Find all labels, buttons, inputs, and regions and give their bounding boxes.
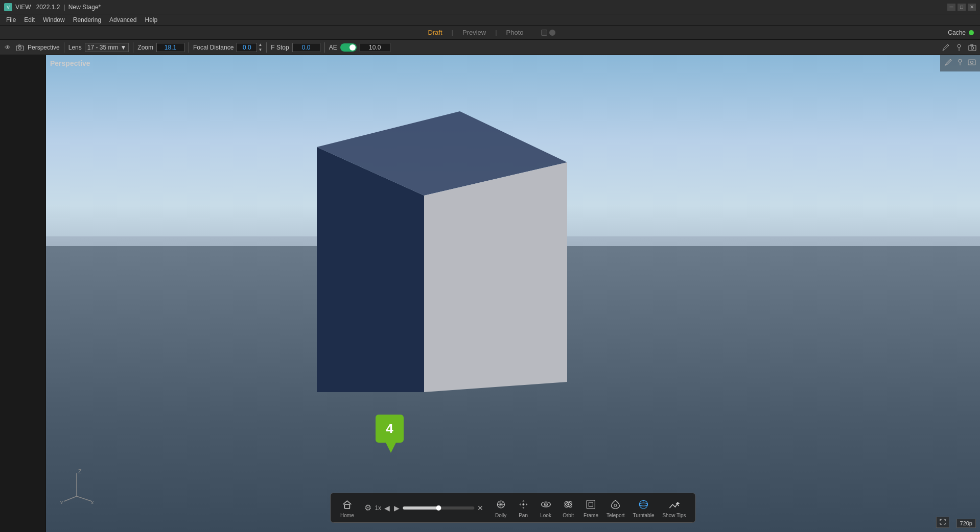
- toolbar-frame[interactable]: Frame: [580, 496, 601, 519]
- focal-distance-input[interactable]: [237, 43, 257, 52]
- tooltip-arrow: [386, 443, 396, 453]
- zoom-label: Zoom: [137, 44, 153, 51]
- close-button[interactable]: ✕: [968, 4, 976, 11]
- menu-rendering[interactable]: Rendering: [69, 15, 105, 25]
- playback-play-icon[interactable]: ▶: [393, 503, 401, 513]
- viewport[interactable]: Z X Y 4 Perspective: [46, 55, 980, 532]
- toolbar-pan[interactable]: Pan: [513, 496, 533, 519]
- svg-text:Z: Z: [78, 468, 82, 474]
- viewport-photo-icon[interactable]: [967, 58, 977, 69]
- lens-label: Lens: [68, 44, 82, 51]
- menu-advanced[interactable]: Advanced: [105, 15, 141, 25]
- ae-toggle-pill[interactable]: [340, 43, 357, 52]
- orbit-label: Orbit: [563, 513, 574, 518]
- pencil-icon[interactable]: [941, 43, 950, 52]
- teleport-label: Teleport: [606, 513, 625, 518]
- home-icon: [340, 497, 354, 512]
- toolbar-teleport[interactable]: Teleport: [603, 496, 628, 519]
- svg-point-20: [971, 61, 973, 64]
- svg-rect-21: [344, 504, 349, 509]
- expand-button[interactable]: [936, 517, 949, 528]
- svg-point-3: [958, 44, 961, 47]
- minimize-button[interactable]: ─: [947, 4, 955, 11]
- title-text: VIEW 2022.1.2 | New Stage*: [15, 4, 101, 11]
- playback-section: ⚙ 1x ◀ ▶ ✕: [359, 502, 488, 514]
- eye-icon[interactable]: 👁: [3, 43, 12, 52]
- focal-distance-label: Focal Distance: [193, 44, 234, 51]
- axes-indicator: Z X Y: [59, 468, 95, 504]
- menu-window[interactable]: Window: [39, 15, 69, 25]
- svg-point-38: [640, 503, 648, 506]
- maximize-button[interactable]: □: [958, 4, 966, 11]
- menu-edit[interactable]: Edit: [20, 15, 39, 25]
- resolution-badge: 720p: [956, 519, 976, 528]
- cube-3d: [225, 106, 582, 392]
- svg-point-17: [959, 59, 962, 62]
- svg-point-37: [640, 500, 648, 509]
- viewport-container: Z X Y 4 Perspective: [0, 55, 980, 532]
- focal-distance-control: ▲ ▼: [237, 42, 262, 52]
- ae-value-input[interactable]: [360, 43, 390, 52]
- titlebar: V VIEW 2022.1.2 | New Stage* ─ □ ✕: [0, 0, 980, 14]
- lens-dropdown[interactable]: 17 - 35 mm ▼: [85, 43, 129, 52]
- toolbar-show-tips[interactable]: Show Tips: [659, 496, 689, 519]
- toolbar-orbit[interactable]: Orbit: [558, 496, 578, 519]
- menubar: File Edit Window Rendering Advanced Help: [0, 14, 980, 26]
- modebar: Draft | Preview | Photo Cache: [0, 26, 980, 40]
- viewport-right-icons: [940, 55, 980, 71]
- dolly-label: Dolly: [495, 513, 506, 518]
- svg-point-33: [567, 503, 569, 505]
- frame-label: Frame: [584, 513, 598, 518]
- cache-indicator: Cache: [948, 29, 974, 36]
- svg-point-6: [971, 46, 974, 49]
- ae-toggle-knob: [349, 44, 356, 51]
- turntable-icon: [637, 497, 651, 512]
- look-icon: [539, 497, 553, 512]
- camera-icon[interactable]: [15, 43, 25, 52]
- pin-icon[interactable]: [954, 43, 964, 52]
- toolbar: 👁 Perspective Lens 17 - 35 mm ▼ Zoom Foc…: [0, 40, 980, 55]
- timeline-bar[interactable]: [403, 506, 474, 510]
- mode-photo[interactable]: Photo: [503, 28, 527, 37]
- perspective-label: Perspective: [28, 44, 60, 51]
- toolbar-dolly[interactable]: Dolly: [491, 496, 511, 519]
- viewport-perspective-label: Perspective: [50, 59, 90, 67]
- toolbar-home[interactable]: Home: [337, 496, 357, 519]
- frame-icon: [584, 497, 598, 512]
- mode-preview[interactable]: Preview: [459, 28, 489, 37]
- svg-text:Y: Y: [60, 500, 64, 504]
- svg-line-13: [77, 496, 92, 501]
- menu-help[interactable]: Help: [141, 15, 161, 25]
- dolly-icon: [494, 497, 508, 512]
- playback-stop-icon[interactable]: ✕: [476, 503, 484, 513]
- mode-buttons: Draft | Preview | Photo: [425, 28, 555, 37]
- show-tips-label: Show Tips: [662, 513, 686, 518]
- orbit-icon: [561, 497, 575, 512]
- cache-dot: [969, 30, 974, 35]
- svg-marker-39: [676, 502, 680, 504]
- zoom-input[interactable]: [156, 43, 184, 52]
- titlebar-left: V VIEW 2022.1.2 | New Stage*: [4, 3, 101, 11]
- menu-file[interactable]: File: [2, 15, 20, 25]
- left-sidebar: [0, 55, 46, 532]
- focal-spinners[interactable]: ▲ ▼: [258, 42, 262, 52]
- pan-icon: [516, 497, 530, 512]
- photo-capture-icon[interactable]: [968, 43, 977, 52]
- ae-toggle[interactable]: [340, 43, 357, 52]
- fstop-label: F Stop: [271, 44, 289, 51]
- ae-label: AE: [329, 44, 337, 51]
- show-tips-icon: [667, 497, 682, 512]
- toolbar-turntable[interactable]: Turntable: [630, 496, 658, 519]
- playback-settings-icon[interactable]: ⚙: [363, 502, 372, 514]
- fstop-input[interactable]: [292, 43, 320, 52]
- viewport-pen-icon[interactable]: [943, 57, 953, 69]
- toolbar-right: [941, 43, 977, 52]
- svg-point-27: [522, 503, 524, 505]
- svg-point-30: [545, 504, 546, 505]
- playback-speed-label: 1x: [375, 504, 381, 512]
- playback-prev-icon[interactable]: ◀: [383, 503, 391, 513]
- viewport-pin-icon[interactable]: [955, 57, 965, 69]
- mode-draft[interactable]: Draft: [425, 28, 445, 37]
- tooltip-badge: 4: [376, 415, 404, 443]
- toolbar-look[interactable]: Look: [535, 496, 556, 519]
